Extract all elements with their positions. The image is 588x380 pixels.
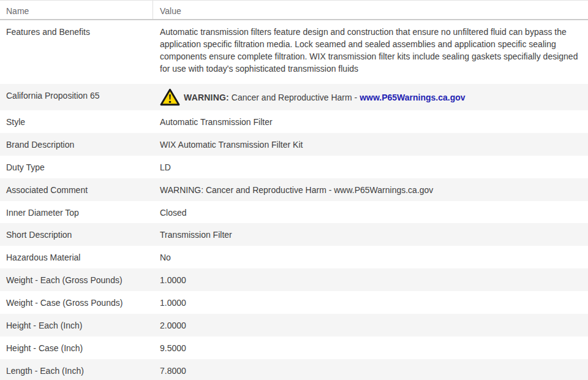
- row-value-cell: Automatic transmission filters feature d…: [153, 20, 588, 84]
- p65-warnings-link[interactable]: www.P65Warnings.ca.gov: [360, 93, 465, 102]
- warning-prefix: WARNING:: [184, 93, 229, 102]
- product-specifications-table: Name Value Features and Benefits Automat…: [0, 0, 588, 380]
- row-name-cell: Weight - Each (Gross Pounds): [0, 268, 153, 291]
- column-header-name: Name: [0, 1, 153, 19]
- warning-message: WARNING: Cancer and Reproductive Harm - …: [184, 91, 466, 104]
- row-name-cell: Features and Benefits: [0, 20, 153, 84]
- table-row-weight-each: Weight - Each (Gross Pounds) 1.0000: [0, 268, 588, 291]
- table-row-duty-type: Duty Type LD: [0, 156, 588, 178]
- warning-text: Cancer and Reproductive Harm -: [229, 93, 360, 102]
- row-value-cell: 1.0000: [153, 268, 588, 291]
- table-row-associated-comment: Associated Comment WARNING: Cancer and R…: [0, 178, 588, 201]
- row-value-cell: Automatic Transmission Filter: [153, 110, 588, 133]
- row-name-cell: Hazardous Material: [0, 246, 153, 268]
- row-value-cell: 1.0000: [153, 291, 588, 314]
- table-row-inner-diameter-top: Inner Diameter Top Closed: [0, 201, 588, 224]
- row-name-cell: Brand Description: [0, 133, 153, 156]
- row-value-cell: Transmission Filter: [153, 223, 588, 246]
- table-row-short-description: Short Description Transmission Filter: [0, 223, 588, 246]
- row-value-cell: No: [153, 246, 588, 268]
- table-row-height-each: Height - Each (Inch) 2.0000: [0, 314, 588, 336]
- table-header: Name Value: [0, 1, 588, 20]
- row-value-cell: Closed: [153, 201, 588, 224]
- row-name-cell: Associated Comment: [0, 178, 153, 201]
- row-value-cell: 2.0000: [153, 314, 588, 336]
- column-header-value: Value: [153, 1, 588, 19]
- warning-triangle-icon: [160, 88, 180, 106]
- row-value-cell: LD: [153, 156, 588, 178]
- table-row-hazardous-material: Hazardous Material No: [0, 246, 588, 268]
- table-row-length-each: Length - Each (Inch) 7.8000: [0, 359, 588, 380]
- table-row-california-proposition-65: California Proposition 65 WARNING: Cance…: [0, 84, 588, 110]
- row-value-cell: WARNING: Cancer and Reproductive Harm - …: [153, 84, 588, 110]
- table-row-features-and-benefits: Features and Benefits Automatic transmis…: [0, 20, 588, 84]
- row-value-cell: WIX Automatic Transmission Filter Kit: [153, 133, 588, 156]
- row-value-cell: 9.5000: [153, 336, 588, 359]
- row-name-cell: Height - Case (Inch): [0, 336, 153, 359]
- row-name-cell: Inner Diameter Top: [0, 201, 153, 224]
- row-name-cell: Weight - Case (Gross Pounds): [0, 291, 153, 314]
- table-body: Features and Benefits Automatic transmis…: [0, 20, 588, 380]
- row-name-cell: California Proposition 65: [0, 84, 153, 110]
- table-row-height-case: Height - Case (Inch) 9.5000: [0, 336, 588, 359]
- row-value-cell: WARNING: Cancer and Reproductive Harm - …: [153, 178, 588, 201]
- table-row-brand-description: Brand Description WIX Automatic Transmis…: [0, 133, 588, 156]
- table-row-weight-case: Weight - Case (Gross Pounds) 1.0000: [0, 291, 588, 314]
- row-name-cell: Style: [0, 110, 153, 133]
- row-name-cell: Short Description: [0, 223, 153, 246]
- row-value-cell: 7.8000: [153, 359, 588, 380]
- row-name-cell: Duty Type: [0, 156, 153, 178]
- table-row-style: Style Automatic Transmission Filter: [0, 110, 588, 133]
- row-name-cell: Length - Each (Inch): [0, 359, 153, 380]
- row-name-cell: Height - Each (Inch): [0, 314, 153, 336]
